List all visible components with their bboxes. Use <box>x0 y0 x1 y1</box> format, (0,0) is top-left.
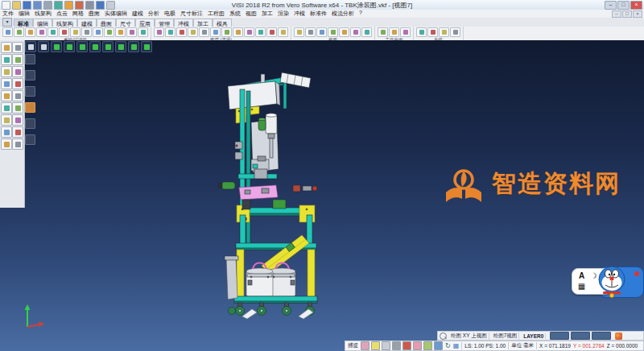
toolbar-icon[interactable] <box>176 27 187 37</box>
toolbar-icon[interactable] <box>400 27 411 37</box>
modeling-tool-icon[interactable] <box>1 102 12 114</box>
toolbar-icon[interactable] <box>339 27 349 37</box>
modeling-tool-icon[interactable] <box>1 126 12 138</box>
menu-item[interactable]: 分析 <box>146 10 162 18</box>
selection-filter-icon[interactable] <box>440 332 447 340</box>
toolbar-icon[interactable] <box>450 27 460 37</box>
snap-toggle-icon[interactable] <box>434 341 443 350</box>
menu-item[interactable]: 点云 <box>54 10 70 18</box>
toolbar-icon[interactable] <box>244 27 254 37</box>
modeling-tool-icon[interactable] <box>1 42 12 53</box>
view-orientation-icon[interactable] <box>76 41 88 52</box>
toolbar-icon[interactable] <box>154 27 164 37</box>
toolbar-icon[interactable] <box>210 27 221 37</box>
view-orientation-icon[interactable] <box>128 41 139 52</box>
toolbar-icon[interactable] <box>427 27 438 37</box>
toolbar-icon[interactable] <box>416 27 427 37</box>
viewport-tool-icon[interactable] <box>25 134 35 145</box>
snap-toggle-icon[interactable] <box>361 341 369 350</box>
ribbon-tab[interactable]: 管理 <box>155 19 174 27</box>
snap-toggle-icon[interactable] <box>382 341 390 350</box>
snap-toggle-icon[interactable] <box>402 341 411 350</box>
menu-item[interactable]: 尺寸标注 <box>178 10 205 18</box>
input-method-widget[interactable]: A ☽ ▦ <box>572 265 644 299</box>
modeling-tool-icon[interactable] <box>12 126 23 138</box>
toolbar-icon[interactable] <box>328 27 338 37</box>
menu-item[interactable]: 曲面 <box>86 10 102 18</box>
modeling-tool-icon[interactable] <box>1 138 12 150</box>
view-status[interactable]: 绘图7视图 <box>492 332 520 340</box>
active-layer[interactable]: LAYER0 <box>522 333 546 339</box>
menu-item[interactable]: 建模 <box>130 10 146 18</box>
modeling-tool-icon[interactable] <box>12 54 23 65</box>
toolbar-icon[interactable] <box>378 27 388 37</box>
toolbar-icon[interactable] <box>266 27 277 37</box>
ribbon-tab[interactable]: 模具 <box>213 19 232 27</box>
modeling-tool-icon[interactable] <box>1 54 12 65</box>
viewport-tool-icon[interactable] <box>25 102 35 113</box>
menu-item[interactable]: 视图 <box>243 10 259 18</box>
toolbar-icon[interactable] <box>36 27 47 37</box>
minimize-button[interactable]: – <box>605 1 617 10</box>
snap-toggle-icon[interactable] <box>392 341 401 350</box>
toolbar-icon[interactable] <box>221 27 232 37</box>
toolbar-icon[interactable] <box>81 27 92 37</box>
ribbon-tab[interactable]: 冲模 <box>174 19 193 27</box>
toolbar-icon[interactable] <box>199 27 209 37</box>
menu-item[interactable]: 编辑 <box>16 10 32 18</box>
doc-restore-button[interactable]: □ <box>622 10 632 18</box>
menu-item[interactable]: 线架构 <box>32 10 54 18</box>
menu-item[interactable]: 模流分析 <box>329 10 357 18</box>
maximize-button[interactable]: □ <box>617 1 630 10</box>
menu-item[interactable]: 文件 <box>0 10 16 18</box>
menu-item[interactable]: 电极 <box>162 10 178 18</box>
toolbar-icon[interactable] <box>439 27 449 37</box>
modeling-tool-icon[interactable] <box>12 78 23 89</box>
toolbar-icon[interactable] <box>361 27 372 37</box>
toolbar-icon[interactable] <box>278 27 288 37</box>
modeling-tool-icon[interactable] <box>12 42 23 53</box>
view-orientation-icon[interactable] <box>51 41 62 52</box>
view-orientation-icon[interactable] <box>89 41 101 52</box>
menu-item[interactable]: 网格 <box>70 10 86 18</box>
modeling-tool-icon[interactable] <box>12 102 23 114</box>
close-button[interactable]: × <box>630 1 642 10</box>
menu-item[interactable]: 工程图 <box>205 10 227 18</box>
toolbar-icon[interactable] <box>233 27 243 37</box>
ribbon-tab[interactable]: 加工 <box>193 19 213 27</box>
menu-item[interactable]: 标准件 <box>308 10 329 18</box>
toolbar-icon[interactable] <box>138 27 148 37</box>
ribbon-tab[interactable]: 尺寸 <box>116 19 135 27</box>
record-indicator-icon[interactable] <box>615 332 622 340</box>
viewport-tool-icon[interactable] <box>25 70 35 81</box>
ribbon-tab[interactable]: 编辑 <box>33 19 52 27</box>
snap-toggle-icon[interactable] <box>371 341 380 350</box>
status-view-button[interactable] <box>592 332 611 340</box>
ime-keyboard-icon[interactable]: ▦ <box>578 283 585 291</box>
toolbar-icon[interactable] <box>316 27 327 37</box>
ime-language-icon[interactable]: A <box>579 272 584 280</box>
status-view-button[interactable] <box>571 332 590 340</box>
view-orientation-icon[interactable] <box>102 41 114 52</box>
doc-close-button[interactable]: × <box>633 10 642 18</box>
toolbar-icon[interactable] <box>165 27 175 37</box>
modeling-tool-icon[interactable] <box>12 90 23 101</box>
modeling-tool-icon[interactable] <box>12 66 23 77</box>
ribbon-tab[interactable]: 标准 <box>14 19 33 27</box>
modeling-tool-icon[interactable] <box>12 138 23 150</box>
toolbar-icon[interactable] <box>59 27 69 37</box>
view-orientation-icon[interactable] <box>115 41 126 52</box>
modeling-tool-icon[interactable] <box>12 114 23 126</box>
menu-item[interactable]: 实体编辑 <box>102 10 130 18</box>
toolbar-icon[interactable] <box>294 27 304 37</box>
ribbon-tab[interactable]: 建模 <box>77 19 97 27</box>
toolbar-icon[interactable] <box>126 27 137 37</box>
toolbar-icon[interactable] <box>70 27 80 37</box>
refresh-icon[interactable]: ↻ <box>445 342 451 349</box>
toolbar-icon[interactable] <box>350 27 361 37</box>
modeling-tool-icon[interactable] <box>1 78 12 89</box>
toolbar-icon[interactable] <box>188 27 198 37</box>
modeling-tool-icon[interactable] <box>1 66 12 77</box>
menu-item[interactable]: 系统 <box>227 10 243 18</box>
workplane-status[interactable]: 绘图 XY 上视图 <box>449 332 489 340</box>
